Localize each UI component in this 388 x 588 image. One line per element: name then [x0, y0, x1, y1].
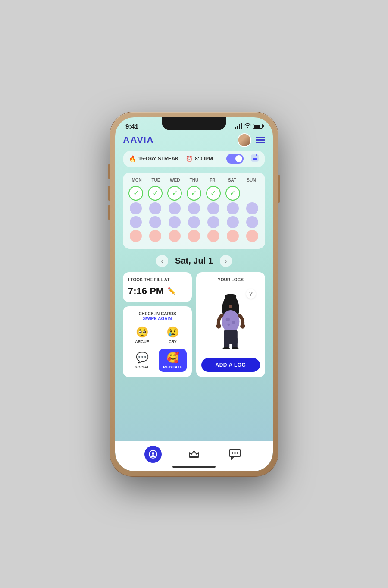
nav-chat[interactable] — [226, 446, 244, 463]
emoji-meditate[interactable]: 🥰 MEDITATE — [159, 349, 187, 372]
day-thu: THU — [185, 178, 203, 182]
cal-cell[interactable] — [207, 230, 219, 242]
cal-cell[interactable] — [149, 230, 161, 242]
phone-screen: 9:41 — [115, 117, 273, 471]
cal-cell[interactable] — [246, 230, 258, 242]
emoji-cry[interactable]: 😢 CRY — [159, 324, 187, 346]
argue-emoji: 🥺 — [136, 326, 149, 338]
time-item: ⏰ 8:00PM — [186, 156, 213, 162]
svg-point-14 — [240, 324, 245, 328]
svg-point-26 — [237, 452, 238, 454]
svg-rect-6 — [256, 158, 257, 160]
nav-home[interactable] — [144, 446, 162, 463]
day-wed: WED — [166, 178, 185, 182]
svg-point-11 — [232, 321, 235, 324]
home-nav-circle — [144, 446, 162, 463]
cal-cell[interactable] — [130, 230, 142, 242]
phone-container: 9:41 — [110, 112, 278, 476]
day-sat: SAT — [222, 178, 241, 182]
svg-point-9 — [222, 310, 240, 333]
svg-rect-17 — [232, 337, 238, 349]
day-sun: SUN — [242, 178, 261, 182]
emoji-argue[interactable]: 🥺 ARGUE — [128, 324, 156, 346]
svg-point-24 — [232, 452, 233, 454]
cal-cell[interactable]: ✓ — [206, 186, 221, 201]
cal-cell[interactable]: ✓ — [148, 186, 163, 201]
svg-rect-4 — [253, 158, 254, 160]
cal-cell[interactable] — [188, 202, 200, 214]
argue-label: ARGUE — [135, 340, 149, 344]
edit-icon[interactable]: ✏️ — [167, 287, 176, 295]
prev-date-button[interactable]: ‹ — [156, 255, 168, 267]
svg-point-25 — [234, 452, 236, 454]
cal-cell[interactable] — [169, 216, 181, 228]
day-fri: FRI — [203, 178, 222, 182]
pill-card: I TOOK THE PILL AT 7:16 PM ✏️ — [123, 272, 192, 302]
cal-cell[interactable] — [227, 216, 239, 228]
cal-cell[interactable] — [227, 230, 239, 242]
notch — [162, 117, 226, 130]
date-navigator: ‹ Sat, Jul 1 › — [123, 255, 265, 267]
cal-row-3 — [127, 216, 261, 228]
day-mon: MON — [127, 178, 146, 182]
cal-cell[interactable] — [169, 230, 181, 242]
cal-cell[interactable]: ✓ — [128, 186, 143, 201]
toggle-switch[interactable] — [226, 154, 244, 164]
checkin-title: CHECK-IN CARDS — [128, 311, 187, 316]
cal-cell[interactable] — [246, 216, 258, 228]
checkin-card: CHECK-IN CARDS SWIPE AGAIN 🥺 ARGUE 😢 CRY — [123, 306, 192, 377]
calendar-card: MON TUE WED THU FRI SAT SUN ✓ ✓ ✓ ✓ ✓ ✓ — [123, 173, 265, 249]
question-badge: ? — [246, 289, 256, 299]
cry-label: CRY — [169, 340, 177, 344]
avatar[interactable] — [238, 133, 251, 147]
svg-point-12 — [228, 323, 230, 326]
emoji-grid: 🥺 ARGUE 😢 CRY 💬 SOCIAL 🥰 — [128, 324, 187, 372]
header-right — [238, 133, 265, 147]
cal-cell[interactable]: ✓ — [225, 186, 240, 201]
cal-cell[interactable] — [207, 202, 219, 214]
cal-cell[interactable] — [149, 216, 161, 228]
svg-point-13 — [216, 324, 221, 328]
checkin-header: CHECK-IN CARDS SWIPE AGAIN — [128, 311, 187, 321]
social-label: SOCIAL — [135, 365, 149, 369]
swipe-again-label[interactable]: SWIPE AGAIN — [128, 316, 187, 321]
cal-cell[interactable] — [188, 216, 200, 228]
emoji-social[interactable]: 💬 SOCIAL — [128, 349, 156, 372]
cal-cell[interactable] — [227, 202, 239, 214]
nav-crown[interactable] — [185, 446, 203, 463]
cal-cell[interactable] — [246, 202, 258, 214]
cal-cell[interactable]: ✓ — [187, 186, 201, 201]
cal-cell[interactable] — [207, 216, 219, 228]
battery-icon — [253, 124, 263, 129]
add-log-button[interactable]: ADD A LOG — [201, 358, 260, 372]
signal-icon — [235, 123, 242, 129]
meditate-label: MEDITATE — [163, 365, 182, 369]
cal-cell[interactable] — [149, 202, 161, 214]
cal-cell[interactable] — [169, 202, 181, 214]
logs-card: YOUR LOGS ? — [196, 272, 265, 377]
next-date-button[interactable]: › — [220, 255, 232, 267]
meditate-emoji: 🥰 — [166, 352, 179, 364]
time-text: 8:00PM — [195, 156, 213, 162]
cal-cell[interactable] — [130, 202, 142, 214]
svg-point-21 — [152, 452, 154, 455]
cal-cell[interactable]: ✓ — [167, 186, 182, 201]
bottom-cards: I TOOK THE PILL AT 7:16 PM ✏️ YOUR LOGS … — [123, 272, 265, 377]
app-logo: AAVIA — [123, 135, 154, 146]
pill-time-value: 7:16 PM — [128, 286, 164, 297]
menu-button[interactable] — [256, 137, 265, 144]
crown-nav-icon — [185, 446, 203, 463]
calendar-icon[interactable] — [250, 154, 259, 164]
cal-cell[interactable] — [188, 230, 200, 242]
cal-cell[interactable] — [130, 216, 142, 228]
streak-text: 15-DAY STREAK — [138, 156, 179, 162]
cal-row-2 — [127, 202, 261, 214]
svg-rect-8 — [229, 305, 232, 308]
app-header: AAVIA — [123, 132, 265, 151]
day-tue: TUE — [146, 178, 165, 182]
streak-item: 🔥 15-DAY STREAK — [129, 155, 179, 162]
app-content: AAVIA 🔥 15-DAY STREAK — [115, 132, 273, 407]
chat-nav-icon — [226, 446, 244, 463]
svg-rect-16 — [224, 337, 229, 349]
svg-rect-5 — [254, 158, 256, 160]
